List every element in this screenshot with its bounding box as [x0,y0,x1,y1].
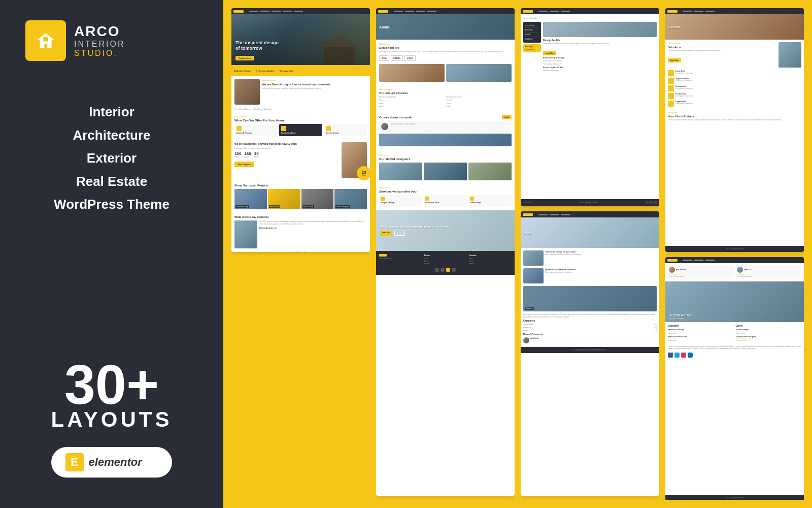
reviewer-2-avatar [737,267,743,273]
brand-name: ARCO [74,23,125,40]
nav-items-3 [538,11,570,12]
project-1: Downtown Living [234,189,267,209]
article-2: Quantum architecture solutions Lorem ips… [523,268,657,283]
layouts-number: 30+ [51,357,173,412]
article-2-img [523,268,544,283]
elementor-text: elementor [89,456,142,469]
service-layout: Interior Design Architecture Exterior Re… [521,22,659,197]
preview-col-4: Reviews Work with us Join Arco Lorem ips… [665,8,804,500]
pg-4 [452,268,456,272]
cta-title: Need Help? [525,46,539,48]
svc-icon-3 [470,197,474,201]
dot-2 [304,251,306,252]
blog-footer-text: © 2023 Arco Interior Studio. All rights … [523,349,657,351]
service-content: Design for life Lorem ipsum dolor sit am… [543,22,657,197]
nav-3-1 [538,11,548,12]
nav-exterior[interactable]: Exterior [87,148,137,169]
see-all-btn[interactable]: See All [502,115,512,119]
cat-count-2: (8) [655,327,657,329]
passion-btns: Learn More Contact [380,231,449,236]
reviewer-2-name: Sarah Lee [744,269,751,271]
interior-img [234,79,260,105]
img-1 [379,64,445,82]
learn-more-btn[interactable]: Learn More [543,51,556,55]
article-1-desc: Lorem ipsum dolor sit amet consectetur a… [545,253,581,256]
passionate-image-area: 25 Years [342,142,367,178]
process-right: Business plan creation • Item A • Item B… [447,96,512,109]
nav-items-mini-2 [394,11,436,12]
view-project-btn[interactable]: View Projects [234,162,254,167]
mockup-nav-2 [376,8,515,14]
hero-btn[interactable]: Explore More [235,56,254,60]
reviews-title: Reviews [668,25,681,28]
social-tw[interactable] [674,353,680,358]
stat-3: ✦ Creative Style [278,70,294,72]
num-val-1: 320 [234,151,241,156]
education-col: Education Bachelor of Design 2010 - 2014… [668,325,734,343]
edu-2-school: Design Institute [668,340,734,341]
brand-sub2: STUDIO. [74,49,125,58]
preview-card-about[interactable]: About Who we are Design for life Lorem i… [376,8,515,496]
service-details-card[interactable]: Service Details Interior Design Architec… [521,8,659,206]
social-fb[interactable] [668,353,673,358]
svc-name-2: Architecture & Arts [425,202,465,204]
svc-list-desc-5: Lorem ipsum consectetur [675,103,693,105]
reviews-card[interactable]: Blog Traditional design for your place L… [521,211,659,496]
profile-footer: © 2023 Arco Interior Studio [665,495,804,500]
stat-label-2: Best Team Members [254,108,273,110]
comment-1-avatar [523,337,529,343]
nav-items-4 [538,214,570,215]
footer-col-title-3: Contact [469,254,512,257]
others-title: Others about our work [379,116,412,119]
designers-title: Our skillful designers [379,157,512,161]
years-label: Years [362,175,366,176]
dot-active [296,251,299,252]
social-2 [650,201,653,204]
review-1-text: Lorem ipsum dolor sit amet consectetur [390,123,417,130]
passion-btn-2[interactable]: Contact [394,231,404,236]
profile-card[interactable]: Alex Johnson ★★★★★ Lorem ipsum dolor sit… [665,257,804,500]
svc-row-2: Target Audience Lorem ipsum consectetur [668,78,801,84]
svc-text-3: Environment Lorem ipsum consectetur [675,85,693,91]
svc-list-desc-3: Lorem ipsum consectetur [675,87,693,89]
join-title: Join Arco [668,46,776,49]
social-ig[interactable] [681,353,686,358]
svc-text-4: Productivity Lorem ipsum consectetur [675,93,693,99]
passion-btn-1[interactable]: Learn More [380,231,392,236]
person-name: Justin Harris [669,313,691,317]
nav-wordpress-theme[interactable]: WordPress Theme [54,194,170,215]
pg-2 [441,268,445,272]
join-arco-card[interactable]: Reviews Work with us Join Arco Lorem ips… [665,8,804,252]
nav-architecture[interactable]: Architecture [73,125,150,146]
nav-2-3 [416,11,425,12]
pg-1 [435,268,439,272]
nav-real-estate[interactable]: Real Estate [76,171,147,193]
reviewer-1-name: Alex Johnson [676,269,686,271]
social-li[interactable] [688,353,693,358]
offer-tag: Our Services [234,115,367,118]
related-title: Brainstorming & strategy [543,57,657,59]
service-sidebar: Interior Design Architecture Exterior Re… [523,22,541,197]
designers-tag: Our Team [379,154,512,156]
logo-mini-3 [523,10,533,13]
article-2-desc: Lorem ipsum dolor sit amet consectetur [545,271,576,273]
category-1: Interior Design (12) [523,324,657,326]
nav-4-2 [550,214,559,215]
join-desc: Lorem ipsum dolor sit amet consectetur a… [668,50,776,52]
num-label-1: Projects [234,156,241,158]
nav-interior[interactable]: Interior [89,102,134,123]
join-btn[interactable]: Apply Now [668,58,681,62]
nav-6-3 [705,260,715,261]
num-label-2: Clients [244,156,251,158]
number-2: 180 Clients [244,151,251,158]
preview-card-hero[interactable]: The inspired designof tomorrow Explore M… [231,8,370,252]
category-title: Categories [523,320,657,322]
logo-brand3: LOGO [404,55,416,61]
life-title: Your Life is Entirely [668,115,801,118]
designers-section: Our Team Our skillful designers [376,151,515,183]
team-photo-1 [379,163,422,180]
nav-6-2 [694,260,703,261]
team-photos [379,163,512,180]
edu-title: Education [668,325,734,327]
cat-name-1: Interior Design [523,324,533,326]
